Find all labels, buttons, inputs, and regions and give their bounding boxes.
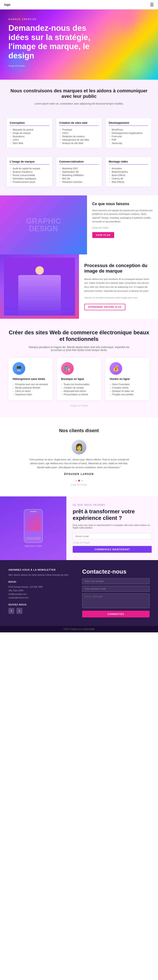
list-item: Quelque ch idiam vel	[109, 389, 145, 393]
cta-image-label: L'imige de Freepik	[73, 541, 152, 544]
testimonial-section: Nos clients disent 👩 "orem pulvinar sit …	[0, 417, 158, 496]
list-item: Positionnement visuel	[10, 180, 49, 184]
service-title-commercialisation: Commercialisation	[59, 160, 99, 165]
what-we-do-bg: GRAPHICDESIGN	[0, 196, 87, 255]
agency-label: AGENCE CRÉATIVE	[8, 18, 150, 21]
testimonial-avatar: 👩	[72, 440, 86, 455]
service-list-commercialisation: Marketing SEO Optimisation SE Marketing …	[59, 167, 99, 184]
what-we-do-image: GRAPHICDESIGN	[0, 196, 87, 255]
service-list-developpement: WordPress Développement d'applications F…	[109, 128, 148, 145]
services-row1: Conception Maquette de produit Image de …	[0, 114, 158, 157]
ecommerce-section: Créer des sites Web de commerce électron…	[0, 319, 158, 417]
newsletter-label: ABONNEZ-VOUS À LA NEWSLETTER	[8, 568, 76, 571]
menu-icon[interactable]: ☰	[150, 2, 154, 7]
dot-2[interactable]	[78, 480, 80, 482]
list-item: Cinéma 4D	[109, 177, 148, 180]
contact-email-input[interactable]	[82, 586, 150, 592]
service-card-creation-web: Création de sites web Prototype UX/UI Ré…	[56, 118, 102, 148]
contact-name-input[interactable]	[82, 578, 150, 584]
service-title-image-marque: L'image de marque	[10, 160, 49, 165]
cta-section: Application mobile CE QUE NOUS FAISONS p…	[0, 496, 158, 560]
list-item: Animation	[109, 167, 148, 170]
list-item: Orientation stratégique	[10, 177, 49, 180]
voir-plus-button[interactable]: VOIR PLUS	[92, 232, 114, 238]
list-item: Javascript	[109, 142, 148, 145]
footer-address: 6718 Sunrise Avenue, 123 456-7890 ville,…	[8, 585, 76, 600]
list-item: WordPress	[109, 128, 148, 131]
list-item: MotionGraphics	[109, 170, 148, 173]
boutique-icon: 🛍️	[61, 362, 74, 375]
cta-left-image: Application mobile	[0, 496, 66, 560]
service-title-conception: Conception	[10, 121, 49, 126]
service-list-conception: Maquette de produit Image de marque Illu…	[10, 128, 49, 145]
ecommerce-image-label: Images de Freepik	[8, 404, 150, 407]
what-we-do-content: Ce que nous faisons Nous sommes une équi…	[87, 196, 158, 255]
service-card-conception: Conception Maquette de produit Image de …	[6, 118, 53, 148]
connect-button[interactable]: CONNECTEZ	[82, 611, 150, 617]
card-title-boutique: Boutique en ligne	[61, 377, 97, 380]
list-item: Regroupement clients	[61, 389, 97, 393]
list-item: Front-end	[109, 135, 148, 138]
dot-1[interactable]	[75, 480, 77, 482]
card-list-hebergement: N'importe quel nom de domaine Bande pass…	[13, 383, 49, 396]
blob-2	[137, 22, 154, 39]
testimonial-name: ÉPOUSER LARSON	[26, 473, 132, 476]
intro-title: Nous construisons des marques et les aid…	[8, 88, 150, 99]
list-item: UX/UI	[59, 131, 99, 135]
suivez-label: Suivez-nous	[8, 603, 76, 606]
list-item: Revue concurrentielle	[10, 173, 49, 177]
list-item: Comptes clients	[109, 386, 145, 389]
list-item: Rédaction de contenu	[59, 135, 99, 138]
address-label: NOUS:	[8, 581, 76, 583]
hero-image-label: Image de Freepik	[8, 65, 150, 67]
ecommerce-description: Natoque penatibus et magnis dis. Blandit…	[28, 346, 130, 352]
hero-title: Demandez-nous des idées sur la stratégie…	[8, 24, 93, 60]
footer: ABONNEZ-VOUS À LA NEWSLETTER Nam ultrice…	[0, 560, 158, 632]
testimonial-text: "orem pulvinar sit ulces. Nugla lorem ne…	[26, 458, 132, 469]
list-item: Toutes les fonctionnalités	[61, 383, 97, 386]
cta-small-label: CE QUE NOUS FAISONS	[73, 504, 152, 506]
cta-email-input[interactable]	[73, 533, 152, 539]
what-we-do-image-label: Image de Freepik	[92, 227, 153, 229]
what-we-do-title: Ce que nous faisons	[92, 202, 153, 206]
service-list-image-marque: Audit de capital de marque Analyse d'aud…	[10, 167, 49, 184]
twitter-icon[interactable]: t	[16, 608, 22, 614]
testimonial-card: 👩 "orem pulvinar sit ulces. Nugla lorem …	[26, 440, 132, 482]
card-list-vendre: Gérer l'inventaire Comptes clients Quelq…	[109, 383, 145, 396]
testimonial-dots	[26, 480, 132, 482]
cta-button[interactable]: COMMENCEZ MAINTENANT	[73, 546, 152, 553]
processus-content: Processus de conception du image de marq…	[79, 255, 158, 319]
list-item: N'importe quel nom de domaine	[13, 383, 49, 386]
facebook-icon[interactable]: f	[8, 608, 14, 614]
processus-title: Processus de conception du image de marq…	[84, 263, 153, 274]
list-item: Illustrations	[10, 135, 49, 138]
processus-description: Mauris ultrices leo quis hendrerit. At u…	[84, 277, 153, 293]
what-we-do-section: GRAPHICDESIGN Ce que nous faisons Nous s…	[0, 196, 158, 255]
list-item: Bande passante illimitée	[13, 386, 49, 389]
social-icons: f t	[8, 608, 76, 614]
list-item: Supérieure dans	[13, 393, 49, 396]
hero-section: AGENCE CRÉATIVE Demandez-nous des idées …	[0, 10, 158, 80]
logo: logo	[4, 3, 11, 6]
contact-title: Contactez-nous	[82, 568, 150, 575]
processus-sub-description: Obtenez un excellent travail pour votre …	[84, 296, 153, 299]
list-item: Analyse d'audience	[10, 170, 49, 173]
processus-image	[0, 255, 79, 319]
service-card-montage-video: Montage vidéo Animation MotionGraphics A…	[105, 157, 152, 187]
list-item: Fringilla une portfolio	[109, 393, 145, 396]
service-list-montage-video: Animation MotionGraphics Après Effects C…	[109, 167, 148, 184]
list-item: Après Effects	[109, 173, 148, 177]
contact-message-textarea[interactable]	[82, 593, 150, 608]
list-item: Cliers en direct	[13, 389, 49, 393]
service-card-commercialisation: Commercialisation Marketing SEO Optimisa…	[56, 157, 102, 187]
footer-bottom: ©2021 Politique de confidentialité	[0, 626, 158, 632]
footer-content: ABONNEZ-VOUS À LA NEWSLETTER Nam ultrice…	[0, 560, 158, 626]
ecommerce-card-boutique: 🛍️ Boutique en ligne Toutes les fonction…	[57, 358, 101, 400]
dot-3[interactable]	[81, 480, 83, 482]
testimonial-image-label: Image de Freepik	[8, 484, 150, 486]
list-item: Marketing SEO	[59, 167, 99, 170]
service-card-developpement: Développement WordPress Développement d'…	[105, 118, 152, 148]
processus-button[interactable]: APPRENDRE ENCORE PLUS	[84, 304, 125, 310]
ecommerce-card-vendre: 💰 Vendre en ligne Gérer l'inventaire Com…	[105, 358, 150, 400]
header: logo ☰	[0, 0, 158, 10]
